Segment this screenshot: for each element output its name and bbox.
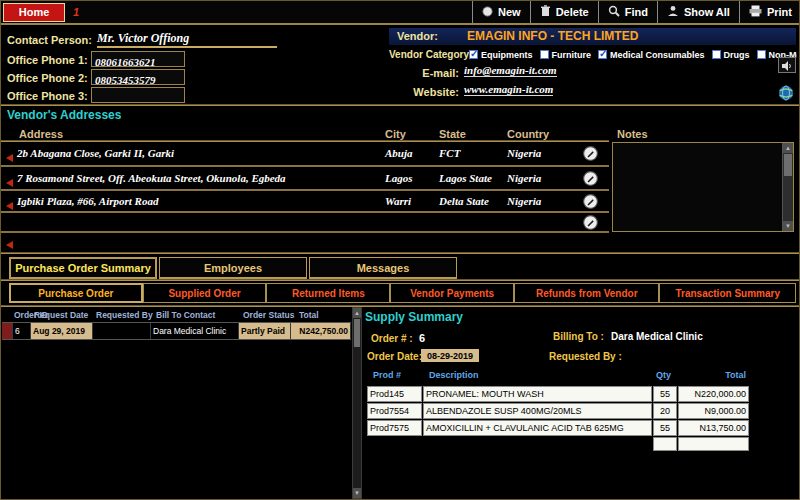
tab-messages[interactable]: Messages [309,257,457,279]
email-label: E-mail: [389,67,459,79]
subtab-refunds-from-vendor[interactable]: Refunds from Vendor [514,283,659,303]
address-row-empty[interactable] [1,213,609,233]
office-phone2-field[interactable]: 08053453579 [91,69,185,85]
address-row[interactable]: 7 Rosamond Street, Off. Abeokuta Street,… [1,167,609,191]
home-button[interactable]: Home [3,3,65,22]
subtab-returned-items[interactable]: Returned Items [266,283,390,303]
notes-scrollbar[interactable]: ▲ ▼ [782,143,793,231]
checkbox-icon[interactable] [540,50,549,59]
delete-button[interactable]: Delete [530,1,598,23]
total-cell[interactable]: N220,000.00 [678,386,749,402]
prod-cell[interactable]: Prod145 [367,386,422,402]
total-cell[interactable]: N9,000.00 [678,403,749,419]
new-button[interactable]: New [472,1,530,23]
qty-cell-empty[interactable] [653,437,677,451]
new-address-row[interactable] [1,233,609,249]
divider [1,305,800,307]
requested-by-cell[interactable] [93,323,151,339]
category-drugs[interactable]: Drugs [712,48,750,61]
notes-listbox[interactable]: ▲ ▼ [612,142,794,232]
office-phone2-label: Office Phone 2: [7,72,88,84]
delete-button-label: Delete [556,6,589,18]
qty-cell[interactable]: 55 [653,386,677,402]
total-cell-empty[interactable] [678,437,749,451]
show-all-button[interactable]: Show All [657,1,739,23]
globe-icon [778,87,794,104]
qty-cell[interactable]: 20 [653,403,677,419]
order-id-cell[interactable]: 6 [13,323,31,339]
subtab-label: Returned Items [292,288,365,299]
state-cell[interactable]: Delta State [439,195,489,207]
scroll-up-icon[interactable]: ▲ [783,143,793,153]
city-cell[interactable]: Warri [385,195,411,207]
category-equipments[interactable]: Equipments [469,48,533,61]
scroll-thumb[interactable] [784,154,792,176]
prod-cell[interactable]: Prod7575 [367,420,422,436]
scroll-up-icon[interactable]: ▲ [353,308,361,318]
qty-cell[interactable]: 55 [653,420,677,436]
tab-employees[interactable]: Employees [159,257,307,279]
country-cell[interactable]: Nigeria [507,147,541,159]
vendor-category-label: Vendor Category: [389,49,465,60]
total-cell[interactable]: N242,750.00 [291,323,351,339]
subtab-supplied-order[interactable]: Supplied Order [143,283,267,303]
contact-person-value[interactable]: Mr. Victor Offiong [97,31,277,48]
country-column-header: Country [507,128,549,140]
trash-icon [540,3,551,21]
edit-pencil-icon[interactable] [583,194,598,213]
city-cell[interactable]: Abuja [385,147,413,159]
order-date-value[interactable]: 08-29-2019 [421,349,479,362]
category-medical-consumables[interactable]: Medical Consumables [598,48,705,61]
tab-label: Purchase Order Summary [15,262,151,274]
checkbox-icon[interactable] [469,50,478,59]
total-cell[interactable]: N13,750.00 [678,420,749,436]
state-cell[interactable]: FCT [439,147,460,159]
request-date-cell[interactable]: Aug 29, 2019 [31,323,93,339]
address-cell[interactable]: Igbiki Plaza, #66, Airport Road [17,195,158,207]
checkbox-icon[interactable] [712,50,721,59]
website-value[interactable]: www.emagin-it.com [464,83,553,96]
checkbox-icon[interactable] [757,50,766,59]
scroll-down-icon[interactable]: ▼ [783,221,793,231]
address-row[interactable]: 2b Abagana Close, Garki II, Garki Abuja … [1,142,609,167]
office-phone1-field[interactable]: 08061663621 [91,51,185,67]
panel-scrollbar[interactable]: ▲ ▼ [352,307,362,499]
supply-header-total: Total [691,370,746,380]
checkbox-icon[interactable] [598,50,607,59]
speaker-button[interactable] [778,57,796,73]
order-status-cell[interactable]: Partly Paid [239,323,291,339]
toolbar-buttons: New Delete Find Show All Print [472,1,800,23]
address-cell[interactable]: 7 Rosamond Street, Off. Abeokuta Street,… [17,172,286,184]
address-cell[interactable]: 2b Abagana Close, Garki II, Garki [17,147,174,159]
record-arrow-icon [4,149,14,167]
edit-pencil-icon[interactable] [583,215,598,234]
address-column-header: Address [19,128,63,140]
office-phone3-field[interactable] [91,87,185,103]
office-phone2-value: 08053453579 [92,74,156,86]
print-button[interactable]: Print [739,1,800,23]
description-cell[interactable]: ALBENDAZOLE SUSP 400MG/20MLS [423,403,652,419]
description-cell[interactable]: AMOXICILLIN + CLAVULANIC ACID TAB 625MG [423,420,652,436]
state-cell[interactable]: Lagos State [439,172,492,184]
prod-cell[interactable]: Prod7554 [367,403,422,419]
globe-button[interactable] [778,85,796,103]
find-button[interactable]: Find [598,1,657,23]
bill-to-contact-cell[interactable]: Dara Medical Clinic [151,323,239,339]
city-cell[interactable]: Lagos [385,172,413,184]
subtab-purchase-order[interactable]: Purchase Order [9,283,143,303]
scroll-down-icon[interactable]: ▼ [353,488,361,498]
scroll-thumb[interactable] [354,319,360,347]
edit-pencil-icon[interactable] [583,171,598,190]
subtab-vendor-payments[interactable]: Vendor Payments [390,283,514,303]
country-cell[interactable]: Nigeria [507,172,541,184]
address-row[interactable]: Igbiki Plaza, #66, Airport Road Warri De… [1,191,609,213]
email-value[interactable]: info@emagin-it.com [464,64,557,77]
tab-purchase-order-summary[interactable]: Purchase Order Summary [9,257,157,279]
row-selector[interactable] [2,323,13,339]
purchase-order-row[interactable]: 6 Aug 29, 2019 Dara Medical Clinic Partl… [2,322,351,340]
description-cell[interactable]: PRONAMEL: MOUTH WASH [423,386,652,402]
country-cell[interactable]: Nigeria [507,195,541,207]
category-furniture[interactable]: Furniture [540,48,592,61]
subtab-transaction-summary[interactable]: Transaction Summary [659,283,796,303]
edit-pencil-icon[interactable] [583,146,598,165]
